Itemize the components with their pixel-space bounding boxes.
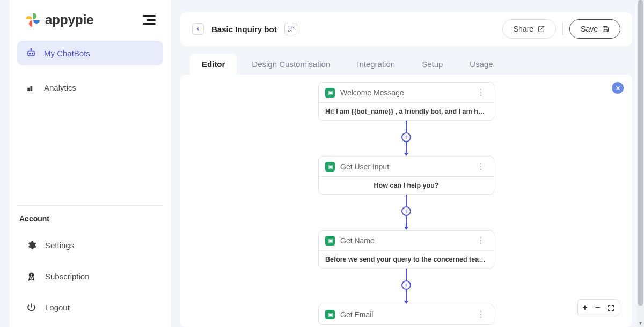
node-menu-button[interactable]: ⋮ xyxy=(474,87,487,98)
brand-name: appypie xyxy=(45,12,94,27)
message-icon: ▣ xyxy=(325,88,335,98)
node-body: Before we send your query to the concern… xyxy=(319,250,494,268)
node-body: How can I help you? xyxy=(319,176,494,194)
badge-icon: $ xyxy=(26,271,36,281)
back-button[interactable] xyxy=(192,23,204,35)
share-button[interactable]: Share xyxy=(502,19,556,39)
scrollbar-down-arrow[interactable]: ▼ xyxy=(637,319,644,327)
svg-text:$: $ xyxy=(30,273,32,277)
node-body: Hi! I am {{bot_name}} , a friendly bot, … xyxy=(319,102,494,120)
svg-point-1 xyxy=(30,53,31,54)
svg-rect-7 xyxy=(27,88,30,91)
tab-usage[interactable]: Usage xyxy=(458,54,504,75)
share-icon xyxy=(538,26,545,33)
add-node-button[interactable]: + xyxy=(401,132,411,142)
flow-node-get-name[interactable]: ▣ Get Name ⋮ Before we send your query t… xyxy=(318,230,494,269)
svg-point-2 xyxy=(32,53,33,54)
topbar: Basic Inquiry bot Share Save xyxy=(180,12,632,46)
scrollbar-thumb[interactable] xyxy=(638,0,643,306)
tabs: Editor Design Customisation Integration … xyxy=(180,54,632,75)
tab-design[interactable]: Design Customisation xyxy=(240,54,342,75)
flow-nodes: ▣ Welcome Message ⋮ Hi! I am {{bot_name}… xyxy=(318,82,494,325)
gear-icon xyxy=(26,240,36,250)
main-content: Basic Inquiry bot Share Save Editor Desi xyxy=(180,0,644,327)
message-icon: ▣ xyxy=(325,236,335,246)
node-menu-button[interactable]: ⋮ xyxy=(474,309,487,319)
account-nav: Settings $ Subscription Logout xyxy=(10,231,171,322)
sidebar-item-label: Logout xyxy=(45,303,70,312)
tab-setup[interactable]: Setup xyxy=(410,54,455,75)
sidebar-item-label: My ChatBots xyxy=(44,49,90,58)
share-label: Share xyxy=(514,25,533,33)
node-title: Welcome Message xyxy=(340,88,469,97)
node-menu-button[interactable]: ⋮ xyxy=(474,161,487,172)
zoom-out-button[interactable]: − xyxy=(595,303,600,313)
flow-node-get-email[interactable]: ▣ Get Email ⋮ xyxy=(318,304,494,325)
chart-icon xyxy=(26,82,36,93)
flow-node-welcome[interactable]: ▣ Welcome Message ⋮ Hi! I am {{bot_name}… xyxy=(318,82,494,121)
sidebar-item-chatbots[interactable]: My ChatBots xyxy=(17,41,163,65)
svg-rect-8 xyxy=(31,86,33,91)
page-title: Basic Inquiry bot xyxy=(211,25,277,34)
fullscreen-button[interactable] xyxy=(608,304,614,311)
account-heading: Account xyxy=(10,214,171,231)
flow-connector: + xyxy=(401,121,411,156)
save-icon xyxy=(602,26,609,33)
sidebar: appypie My ChatBots xyxy=(10,0,171,327)
sidebar-item-logout[interactable]: Logout xyxy=(17,295,163,319)
save-label: Save xyxy=(581,25,598,33)
message-icon: ▣ xyxy=(325,310,335,319)
add-node-button[interactable]: + xyxy=(401,280,411,290)
sidebar-item-label: Settings xyxy=(45,241,74,250)
edit-title-button[interactable] xyxy=(284,23,297,35)
node-title: Get User Input xyxy=(340,162,469,171)
save-button[interactable]: Save xyxy=(569,19,620,39)
canvas-zoom-controls: + − xyxy=(577,299,619,316)
sidebar-item-label: Analytics xyxy=(44,83,76,92)
svg-rect-9 xyxy=(33,84,35,91)
sidebar-item-subscription[interactable]: $ Subscription xyxy=(17,264,163,288)
main-nav: My ChatBots Analytics xyxy=(10,39,171,102)
scrollbar-track[interactable]: ▼ xyxy=(637,0,644,327)
sidebar-item-settings[interactable]: Settings xyxy=(17,233,163,257)
sidebar-item-analytics[interactable]: Analytics xyxy=(17,75,163,100)
flow-connector: + xyxy=(401,195,411,230)
node-menu-button[interactable]: ⋮ xyxy=(474,235,487,246)
svg-rect-12 xyxy=(604,26,606,28)
message-icon: ▣ xyxy=(325,162,335,172)
zoom-in-button[interactable]: + xyxy=(582,303,587,313)
close-panel-button[interactable] xyxy=(612,82,624,94)
divider xyxy=(562,23,563,35)
flow-canvas[interactable]: ▣ Welcome Message ⋮ Hi! I am {{bot_name}… xyxy=(180,75,632,327)
brand-logo[interactable]: appypie xyxy=(25,12,94,28)
flow-node-user-input[interactable]: ▣ Get User Input ⋮ How can I help you? xyxy=(318,156,494,195)
robot-icon xyxy=(26,48,36,58)
node-title: Get Email xyxy=(340,310,469,319)
menu-toggle-icon[interactable] xyxy=(143,15,156,25)
node-title: Get Name xyxy=(340,236,469,245)
power-icon xyxy=(26,302,36,313)
logo-icon xyxy=(25,12,41,28)
tab-integration[interactable]: Integration xyxy=(345,54,407,75)
tab-editor[interactable]: Editor xyxy=(190,54,237,75)
sidebar-item-label: Subscription xyxy=(45,272,90,281)
svg-point-4 xyxy=(31,49,32,50)
flow-connector: + xyxy=(401,269,411,304)
svg-rect-13 xyxy=(604,29,607,32)
add-node-button[interactable]: + xyxy=(401,206,411,216)
divider xyxy=(17,205,163,206)
